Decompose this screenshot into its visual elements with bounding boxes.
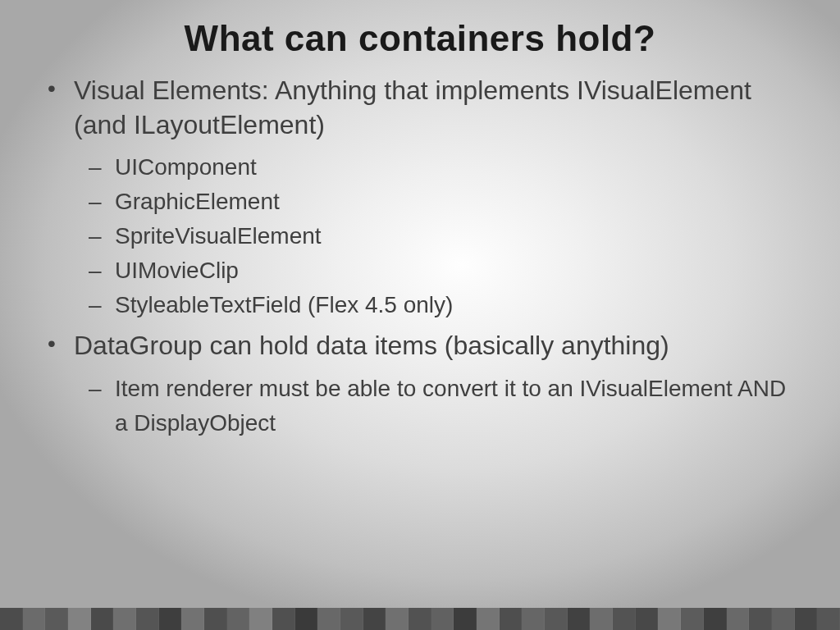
footer-square bbox=[454, 608, 477, 630]
sub-bullet-item: UIComponent bbox=[112, 150, 799, 185]
footer-square bbox=[181, 608, 204, 630]
footer-square bbox=[0, 608, 23, 630]
sub-bullet-item: UIMovieClip bbox=[112, 253, 799, 288]
footer-square bbox=[272, 608, 295, 630]
slide: What can containers hold? Visual Element… bbox=[0, 0, 840, 630]
footer-square bbox=[522, 608, 545, 630]
footer-square bbox=[159, 608, 182, 630]
sub-bullet-text: GraphicElement bbox=[115, 189, 280, 214]
sub-bullet-item: SpriteVisualElement bbox=[112, 219, 799, 253]
sub-bullet-text: UIMovieClip bbox=[115, 258, 239, 283]
footer-square bbox=[749, 608, 772, 630]
footer-square bbox=[817, 608, 840, 630]
footer-square bbox=[91, 608, 114, 630]
slide-title: What can containers hold? bbox=[41, 18, 799, 59]
footer-square bbox=[795, 608, 818, 630]
sub-bullet-text: UIComponent bbox=[115, 154, 257, 180]
footer-square bbox=[500, 608, 523, 630]
bullet-text: Visual Elements: Anything that implement… bbox=[74, 75, 751, 139]
footer-square bbox=[204, 608, 227, 630]
footer-square bbox=[386, 608, 409, 630]
bullet-item: Visual Elements: Anything that implement… bbox=[66, 74, 799, 322]
bullet-text: DataGroup can hold data items (basically… bbox=[74, 331, 669, 360]
footer-square bbox=[658, 608, 681, 630]
slide-content: Visual Elements: Anything that implement… bbox=[41, 74, 799, 441]
footer-square bbox=[431, 608, 454, 630]
footer-square bbox=[113, 608, 136, 630]
sub-bullet-item: StyleableTextField (Flex 4.5 only) bbox=[112, 288, 799, 322]
footer-square bbox=[227, 608, 250, 630]
sub-bullet-list: UIComponent GraphicElement SpriteVisualE… bbox=[74, 150, 799, 322]
bullet-item: DataGroup can hold data items (basically… bbox=[66, 329, 799, 441]
sub-bullet-text: Item renderer must be able to convert it… bbox=[115, 376, 786, 436]
sub-bullet-text: SpriteVisualElement bbox=[115, 223, 322, 249]
footer-square bbox=[340, 608, 363, 630]
footer-square bbox=[477, 608, 500, 630]
footer-square bbox=[23, 608, 46, 630]
footer-square bbox=[681, 608, 704, 630]
footer-square bbox=[636, 608, 659, 630]
bullet-list: Visual Elements: Anything that implement… bbox=[41, 74, 799, 441]
footer-square bbox=[727, 608, 750, 630]
footer-square bbox=[704, 608, 727, 630]
sub-bullet-item: GraphicElement bbox=[112, 185, 799, 219]
footer-square bbox=[136, 608, 159, 630]
sub-bullet-text: StyleableTextField (Flex 4.5 only) bbox=[115, 292, 453, 317]
footer-square bbox=[545, 608, 568, 630]
footer-square bbox=[317, 608, 340, 630]
footer-square bbox=[363, 608, 386, 630]
sub-bullet-list: Item renderer must be able to convert it… bbox=[74, 372, 799, 441]
footer-square bbox=[45, 608, 68, 630]
sub-bullet-item: Item renderer must be able to convert it… bbox=[112, 372, 799, 441]
footer-square bbox=[68, 608, 91, 630]
footer-square bbox=[590, 608, 613, 630]
footer-square bbox=[409, 608, 431, 630]
footer-square bbox=[613, 608, 636, 630]
footer-square bbox=[772, 608, 795, 630]
footer-decoration bbox=[0, 608, 840, 630]
footer-square bbox=[295, 608, 318, 630]
footer-square bbox=[568, 608, 591, 630]
footer-square bbox=[249, 608, 272, 630]
